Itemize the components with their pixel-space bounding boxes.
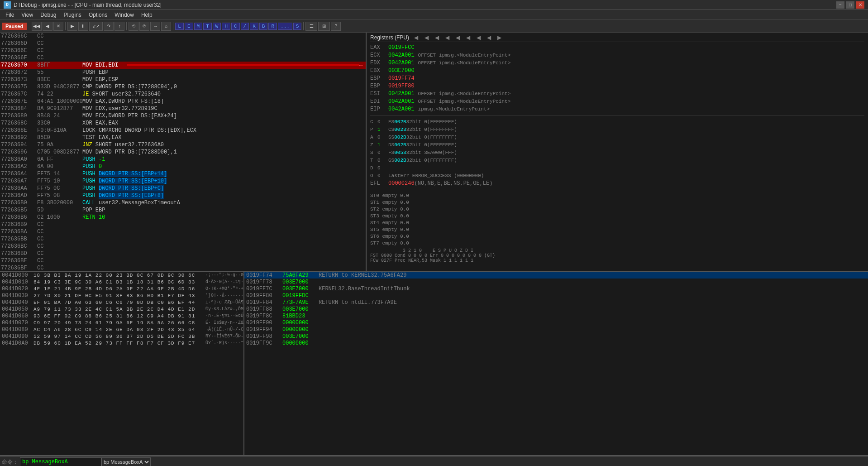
reg-row[interactable]: EDI0042A001OFFSET ipmsg.<ModuleEntryPoin… <box>370 98 864 105</box>
reg-row[interactable]: EAX0019FFCC <box>370 44 864 51</box>
flag-row[interactable]: T0GS 002B 32bit 0(FFFFFFFF) <box>370 157 864 164</box>
menu-plugins[interactable]: Plugins <box>60 11 85 19</box>
reg-row[interactable]: ESI0042A001OFFSET ipmsg.<ModuleEntryPoin… <box>370 90 864 97</box>
asm-row[interactable]: 772636B55DPOP EBP <box>0 207 366 214</box>
stack-row[interactable]: 0019FF7475A6FA29RETURN to KERNEL32.75A6F… <box>244 272 868 279</box>
tb-help[interactable]: ? <box>331 22 341 31</box>
tb-W[interactable]: W <box>213 23 221 30</box>
hex-row[interactable]: 0041D03027 7D 30 21 DF 0C E5 91 8F 83 86… <box>0 292 243 299</box>
asm-row[interactable]: 772636A4FF75 14PUSH DWORD PTR SS:[EBP+14… <box>0 170 366 178</box>
asm-row[interactable]: 772636BCCC <box>0 243 366 250</box>
hex-row[interactable]: 0041D09052 59 97 14 CC CD 56 89 36 37 2D… <box>0 333 243 340</box>
disasm-scroll[interactable]: 7726366CCC7726366DCC7726366ECC7726366FCC… <box>0 33 366 271</box>
asm-row[interactable]: 772636898B48 24MOV ECX,DWORD PTR DS:[EAX… <box>0 112 366 120</box>
tb-K[interactable]: K <box>250 23 258 30</box>
stack-row[interactable]: 0019FF9000000000 <box>244 319 868 326</box>
asm-row[interactable]: 77263684BA 9C912877MOV EDX,user32.772891… <box>0 105 366 112</box>
tb-R[interactable]: R <box>268 23 277 30</box>
menu-help[interactable]: Help <box>138 11 156 19</box>
hex-row[interactable]: 0041D06093 6E FF 02 C9 88 B6 25 31 86 12… <box>0 312 243 319</box>
regs-nav-left2[interactable]: ◀ <box>423 34 430 41</box>
flag-row[interactable]: D0 <box>370 164 864 172</box>
regs-nav-left1[interactable]: ◀ <box>413 34 420 41</box>
reg-row[interactable]: ECX0042A001OFFSET ipmsg.<ModuleEntryPoin… <box>370 52 864 59</box>
hex-row[interactable]: 0041D040EF 91 BA 7D A0 63 60 C6 C6 70 0D… <box>0 299 243 306</box>
tb-H[interactable]: H <box>222 23 230 30</box>
asm-row[interactable]: 7726366CCC <box>0 33 366 40</box>
hex-row[interactable]: 0041D070C9 97 20 49 73 24 61 79 9A 6E 19… <box>0 319 243 326</box>
reg-row[interactable]: EBX003E7000 <box>370 67 864 74</box>
tb-anim-into[interactable]: ⟲ <box>129 22 138 31</box>
asm-row[interactable]: 77263675833D 948C2877CMP DWORD PTR DS:[7… <box>0 83 366 91</box>
flag-row[interactable]: S0FS 0053 32bit 3EA000(FFF) <box>370 149 864 156</box>
asm-row[interactable]: 7726368C33C0XOR EAX,EAX <box>0 120 366 127</box>
stack-row[interactable]: 0019FF800019FFDC <box>244 292 868 299</box>
tb-grid[interactable]: ⊞ <box>318 22 330 31</box>
flag-row[interactable]: Z1DS 002B 32bit 0(FFFFFFFF) <box>370 141 864 149</box>
menu-file[interactable]: File <box>2 11 18 19</box>
asm-row[interactable]: 7726369285C0TEST EAX,EAX <box>0 134 366 141</box>
tb-L[interactable]: L <box>175 23 184 30</box>
asm-row[interactable]: 7726367E64:A1 18000000MOV EAX,DWORD PTR … <box>0 98 366 105</box>
menu-view[interactable]: View <box>18 11 37 19</box>
stack-row[interactable]: 0019FF98003E7000 <box>244 333 868 340</box>
tb-T[interactable]: T <box>203 23 212 30</box>
regs-nav-left8[interactable]: ◀ <box>486 34 492 41</box>
stack-row[interactable]: 0019FF78003E7000 <box>244 279 868 285</box>
tb-back[interactable]: ◀ <box>43 22 52 31</box>
menu-window[interactable]: Window <box>111 11 138 19</box>
asm-row[interactable]: 772636ADFF75 08PUSH DWORD PTR SS:[EBP+8] <box>0 192 366 199</box>
cmd-dropdown[interactable]: bp MessageBoxA <box>101 457 151 466</box>
hex-row[interactable]: 0041D080AC C4 A6 28 6C C9 14 2E 6E DA 03… <box>0 326 243 333</box>
asm-row[interactable]: 772636AAFF75 0CPUSH DWORD PTR SS:[EBP+C] <box>0 185 366 192</box>
tb-exec-till[interactable]: → <box>150 22 160 31</box>
asm-row[interactable]: 772636B9CC <box>0 221 366 228</box>
menu-options[interactable]: Options <box>85 11 111 19</box>
stack-row[interactable]: 0019FF7C003E7000KERNEL32.BaseThreadInitT… <box>244 285 868 292</box>
tb-anim-over[interactable]: ⟳ <box>139 22 149 31</box>
stack-row[interactable]: 0019FF88003E7000 <box>244 306 868 312</box>
asm-row[interactable]: 772636BDCC <box>0 250 366 257</box>
asm-row[interactable]: 7726368EF0:0FB10ALOCK CMPXCHG DWORD PTR … <box>0 127 366 134</box>
asm-row[interactable]: 7726367C74 22JE SHORT user32.77263640 <box>0 91 366 98</box>
asm-row[interactable]: 7726366FCC <box>0 54 366 62</box>
asm-row[interactable]: 7726369475 0AJNZ SHORT user32.772636A0 <box>0 141 366 149</box>
reg-row[interactable]: EDX0042A001OFFSET ipmsg.<ModuleEntryPoin… <box>370 59 864 67</box>
menu-debug[interactable]: Debug <box>37 11 60 19</box>
asm-row[interactable]: 772636A06A FFPUSH -1 <box>0 156 366 163</box>
close-button[interactable]: ✕ <box>856 1 864 9</box>
asm-row[interactable]: 77263696C705 008D2877MOV DWORD PTR DS:[7… <box>0 149 366 156</box>
asm-row[interactable]: 772636B6C2 1000RETN 10 <box>0 214 366 221</box>
minimize-button[interactable]: − <box>836 1 844 9</box>
hex-row[interactable]: 0041D0A0DB 59 60 1D EA 52 29 73 FF FF F8… <box>0 340 243 346</box>
regs-nav-left3[interactable]: ◀ <box>434 34 440 41</box>
tb-restart[interactable]: ◀◀ <box>32 22 42 31</box>
tb-slash[interactable]: / <box>241 23 249 30</box>
stack-panel[interactable]: 0019FF7475A6FA29RETURN to KERNEL32.75A6F… <box>244 272 868 455</box>
tb-dots[interactable]: ... <box>278 23 292 30</box>
tb-stop[interactable]: ✕ <box>53 22 63 31</box>
tb-E[interactable]: E <box>185 23 193 30</box>
asm-row[interactable]: 772636BFCC <box>0 264 366 271</box>
flag-row[interactable]: C0ES 002B 32bit 0(FFFFFFFF) <box>370 118 864 125</box>
asm-row[interactable]: 772636A7FF75 10PUSH DWORD PTR SS:[EBP+10… <box>0 178 366 185</box>
reg-row[interactable]: EBP0019FF80 <box>370 82 864 90</box>
asm-row[interactable]: 772636BBCC <box>0 235 366 243</box>
stack-row[interactable]: 0019FF9400000000 <box>244 326 868 333</box>
hex-row[interactable]: 0041D050A9 79 11 73 33 2E 4C C1 5A BB 2E… <box>0 306 243 312</box>
asm-row[interactable]: 772636A26A 00PUSH 0 <box>0 163 366 170</box>
hex-row[interactable]: 0041D01064 19 C3 3E 9C 30 A6 C1 D3 1B 18… <box>0 279 243 285</box>
flag-row[interactable]: O0LastErr ERROR_SUCCESS (00000000) <box>370 172 864 179</box>
maximize-button[interactable]: □ <box>846 1 854 9</box>
asm-row[interactable]: 772636B0E8 3B020000CALL user32.MessageBo… <box>0 199 366 207</box>
regs-nav-left5[interactable]: ◀ <box>454 34 461 41</box>
stack-row[interactable]: 0019FF8C81BBD23 <box>244 312 868 319</box>
tb-C[interactable]: C <box>231 23 240 30</box>
asm-row[interactable]: 7726366ECC <box>0 47 366 54</box>
regs-nav-left6[interactable]: ◀ <box>465 34 472 41</box>
regs-nav-left4[interactable]: ◀ <box>444 34 451 41</box>
reg-row[interactable]: EIP0042A001ipmsg.<ModuleEntryPoint> <box>370 106 864 113</box>
tb-step-into[interactable]: ↙↗ <box>89 22 103 31</box>
stack-row[interactable]: 0019FF84773F7A9ERETURN to ntdll.773F7A9E <box>244 299 868 306</box>
asm-row[interactable]: 772636BECC <box>0 257 366 264</box>
